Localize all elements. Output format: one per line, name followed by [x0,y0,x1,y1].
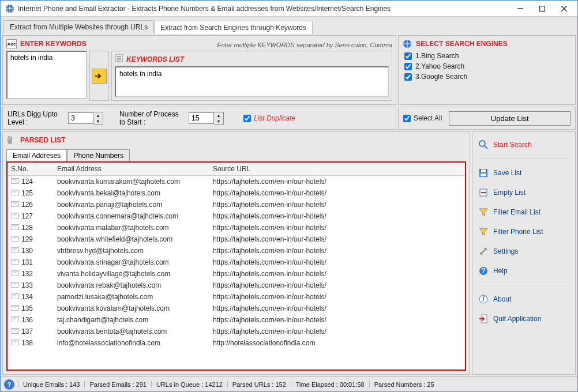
about-button[interactable]: iAbout [477,292,571,306]
globe-icon [402,39,412,48]
keywords-hint: Enter multiple KEYWORDS separated by Sem… [217,42,392,48]
table-row[interactable]: 138info@hotelassociationofindia.comhttp:… [7,337,465,349]
keywords-title: ENTER KEYWORDS [20,40,87,48]
table-row[interactable]: 125bookvivanta.bekal@tajhotels.comhttps:… [7,187,465,199]
envelope-icon [11,293,19,299]
list-icon [115,54,123,64]
update-panel: Select All Update List [398,107,576,130]
envelope-icon [11,270,19,276]
table-row[interactable]: 130vbtbresv.hyd@tajhotels.comhttps://taj… [7,245,465,257]
col-sno[interactable]: S.No. [7,163,54,176]
table-row[interactable]: 124bookvivanta.kumarakom@tajhotels.comht… [7,176,465,188]
filter-phone-icon [478,227,489,237]
search-icon [478,140,489,150]
envelope-icon [11,259,19,265]
engine-bing[interactable]: 1.Bing Search [402,51,572,61]
engine-bing-checkbox[interactable] [404,52,412,60]
table-row[interactable]: 126bookvivanta.panaji@tajhotels.comhttps… [7,199,465,210]
empty-icon [478,187,489,198]
filter-email-icon [478,207,489,217]
options-panel: URLs Digg Upto Level : ▲▼ Number of Proc… [2,107,396,130]
status-time-elapsed: Time Elapsed : 00:01:58 [291,381,369,388]
table-row[interactable]: 129bookvivanta.whitefield@tajhotels.comh… [7,233,465,245]
digg-level-spinner[interactable]: ▲▼ [68,112,103,125]
close-button[interactable] [553,2,575,16]
col-url[interactable]: Source URL [209,163,465,176]
svg-line-11 [485,146,487,149]
table-row[interactable]: 135bookvivanta.kovalam@tajhotels.comhttp… [7,303,465,314]
engines-title: SELECT SEARCH ENGINES [416,40,508,48]
process-up-button[interactable]: ▲ [214,112,223,118]
envelope-icon [11,247,19,253]
svg-text:?: ? [481,267,485,275]
save-icon [478,168,489,178]
envelope-icon [11,201,19,207]
status-parsed-emails: Parsed Emails : 291 [84,381,151,388]
quit-icon [478,314,489,324]
process-down-button[interactable]: ▼ [214,118,223,124]
empty-list-button[interactable]: Empty List [477,186,571,199]
maximize-button[interactable] [531,2,553,16]
envelope-icon [11,178,19,184]
engine-google-checkbox[interactable] [404,73,412,81]
status-parsed-numbers: Parsed Numbers : 25 [369,381,439,388]
table-row[interactable]: 128bookvivanta.malabar@tajhotels.comhttp… [7,222,465,233]
digg-up-button[interactable]: ▲ [93,112,103,118]
main-tabs: Extract from Multiple Websites through U… [2,18,576,33]
process-count-label: Number of Process to Start : [119,110,183,126]
status-help-icon[interactable]: ? [4,379,14,390]
col-email[interactable]: Email Address [54,163,209,176]
window-title: Internet Phone and Email Extractor - Ext… [18,5,509,13]
envelope-icon [11,236,19,242]
search-engines-panel: SELECT SEARCH ENGINES 1.Bing Search 2.Ya… [398,35,576,105]
select-all-checkbox[interactable]: Select All [403,114,442,122]
envelope-icon [11,328,19,334]
filter-phone-button[interactable]: Filter Phone List [477,225,571,239]
list-duplicate-checkbox[interactable]: List Duplicate [243,114,295,122]
keywords-list-title: KEYWORDS LIST [126,55,184,63]
table-row[interactable]: 131bookvivanta.srinagar@tajhotels.comhtt… [7,257,465,268]
keywords-list[interactable]: hotels in india [115,66,389,97]
engine-yahoo[interactable]: 2.Yahoo Search [402,61,572,71]
table-row[interactable]: 136taj.chandigarh@tajhotels.comhttps://t… [7,314,465,326]
results-grid[interactable]: S.No. Email Address Source URL 124bookvi… [7,163,465,370]
about-icon: i [478,294,489,304]
envelope-icon [11,316,19,322]
keywords-list-item[interactable]: hotels in india [119,70,384,78]
save-list-button[interactable]: Save List [477,166,571,180]
app-icon [5,4,14,13]
titlebar: Internet Phone and Email Extractor - Ext… [1,1,577,17]
table-row[interactable]: 137bookvivanta.bentota@tajhotels.comhttp… [7,326,465,337]
tab-email-addresses[interactable]: Email Addreses [6,149,67,161]
table-row[interactable]: 127bookvivanta.connemara@tajhotels.comht… [7,210,465,222]
envelope-icon [11,305,19,311]
digg-level-input[interactable] [68,112,93,124]
table-row[interactable]: 133bookvivanta.rebak@tajhotels.comhttps:… [7,280,465,291]
table-row[interactable]: 134pamodzi.lusaka@tajhotels.comhttps://t… [7,291,465,303]
help-icon: ? [478,266,489,276]
engine-yahoo-checkbox[interactable] [404,63,412,70]
envelope-icon [11,282,19,288]
help-button[interactable]: ?Help [477,264,571,278]
add-keyword-button[interactable] [92,69,107,84]
table-row[interactable]: 132vivanta.holidayvillage@tajhotels.comh… [7,268,465,280]
tab-extract-urls[interactable]: Extract from Multiple Websites through U… [3,20,154,33]
update-list-button[interactable]: Update List [449,111,571,126]
settings-button[interactable]: Settings [477,244,571,258]
status-unique-emails: Unique Emails : 143 [18,381,84,388]
process-count-input[interactable] [189,112,214,124]
keywords-input[interactable]: hotels in india [7,52,86,98]
abc-icon: Abc [6,39,17,48]
tab-extract-keywords[interactable]: Extract from Search Engines through Keyw… [154,21,313,34]
quit-button[interactable]: Quit Application [477,312,571,326]
svg-rect-14 [481,169,486,172]
attach-icon [6,135,17,145]
process-count-spinner[interactable]: ▲▼ [189,112,224,125]
envelope-icon [11,340,19,345]
engine-google[interactable]: 3.Google Search [402,71,572,82]
minimize-button[interactable] [509,2,531,16]
filter-email-button[interactable]: Filter Email List [477,205,571,219]
digg-down-button[interactable]: ▼ [93,118,103,124]
start-search-button[interactable]: Start Search [477,138,571,152]
tab-phone-numbers[interactable]: Phone Numbers [67,149,130,161]
